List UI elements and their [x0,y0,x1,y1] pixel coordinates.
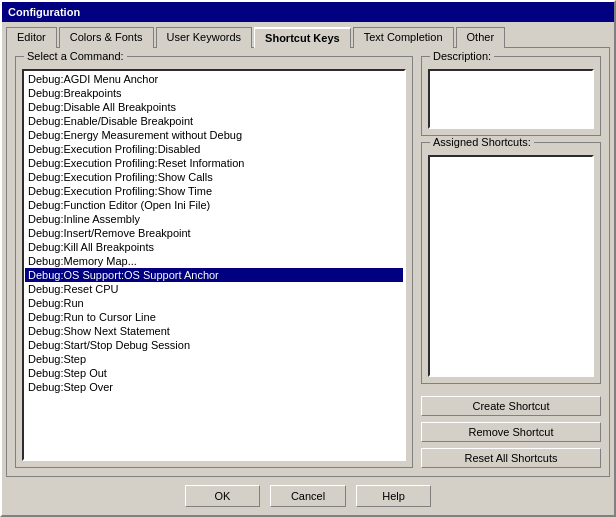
description-label: Description: [430,50,494,62]
list-item[interactable]: Debug:Reset CPU [25,282,403,296]
help-button[interactable]: Help [356,485,431,507]
tab-content-area: Select a Command: Debug:AGDI Menu Anchor… [6,47,610,477]
left-panel: Select a Command: Debug:AGDI Menu Anchor… [15,56,413,468]
ok-button[interactable]: OK [185,485,260,507]
reset-shortcuts-button[interactable]: Reset All Shortcuts [421,448,601,468]
list-item[interactable]: Debug:Enable/Disable Breakpoint [25,114,403,128]
configuration-window: Configuration Editor Colors & Fonts User… [0,0,616,517]
list-item[interactable]: Debug:Show Next Statement [25,324,403,338]
list-item[interactable]: Debug:Start/Stop Debug Session [25,338,403,352]
tab-editor[interactable]: Editor [6,27,57,48]
list-item[interactable]: Debug:Insert/Remove Breakpoint [25,226,403,240]
list-item[interactable]: Debug:Disable All Breakpoints [25,100,403,114]
list-item[interactable]: Debug:Inline Assembly [25,212,403,226]
list-item[interactable]: Debug:Run [25,296,403,310]
list-item[interactable]: Debug:Function Editor (Open Ini File) [25,198,403,212]
select-command-label: Select a Command: [24,50,127,62]
list-item[interactable]: Debug:Step Out [25,366,403,380]
assigned-shortcuts-label: Assigned Shortcuts: [430,136,534,148]
shortcut-buttons-panel: Create Shortcut Remove Shortcut Reset Al… [421,396,601,468]
list-item[interactable]: Debug:Breakpoints [25,86,403,100]
remove-shortcut-button[interactable]: Remove Shortcut [421,422,601,442]
list-item[interactable]: Debug:Execution Profiling:Show Calls [25,170,403,184]
bottom-bar: OK Cancel Help [2,477,614,515]
list-item[interactable]: Debug:AGDI Menu Anchor [25,72,403,86]
tab-user-keywords[interactable]: User Keywords [156,27,253,48]
assigned-shortcuts-group: Assigned Shortcuts: [421,142,601,384]
tab-other[interactable]: Other [456,27,506,48]
tab-shortcut-keys[interactable]: Shortcut Keys [254,27,351,48]
command-list[interactable]: Debug:AGDI Menu AnchorDebug:BreakpointsD… [22,69,406,461]
select-command-group: Select a Command: Debug:AGDI Menu Anchor… [15,56,413,468]
tab-text-completion[interactable]: Text Completion [353,27,454,48]
title-bar: Configuration [2,2,614,22]
list-item[interactable]: Debug:Execution Profiling:Disabled [25,142,403,156]
cancel-button[interactable]: Cancel [270,485,346,507]
description-group: Description: [421,56,601,136]
assigned-shortcuts-textarea[interactable] [428,155,594,377]
list-item[interactable]: Debug:Memory Map... [25,254,403,268]
list-item[interactable]: Debug:Execution Profiling:Show Time [25,184,403,198]
list-item[interactable]: Debug:Run to Cursor Line [25,310,403,324]
title-text: Configuration [8,6,80,18]
tab-inner: Select a Command: Debug:AGDI Menu Anchor… [15,56,601,468]
description-textarea[interactable] [428,69,594,129]
right-panel: Description: Assigned Shortcuts: Create … [421,56,601,468]
list-item[interactable]: Debug:Energy Measurement without Debug [25,128,403,142]
list-item[interactable]: Debug:OS Support:OS Support Anchor [25,268,403,282]
list-item[interactable]: Debug:Step Over [25,380,403,394]
list-item[interactable]: Debug:Step [25,352,403,366]
create-shortcut-button[interactable]: Create Shortcut [421,396,601,416]
tabs-bar: Editor Colors & Fonts User Keywords Shor… [2,22,614,47]
tab-colors-fonts[interactable]: Colors & Fonts [59,27,154,48]
list-item[interactable]: Debug:Execution Profiling:Reset Informat… [25,156,403,170]
list-item[interactable]: Debug:Kill All Breakpoints [25,240,403,254]
